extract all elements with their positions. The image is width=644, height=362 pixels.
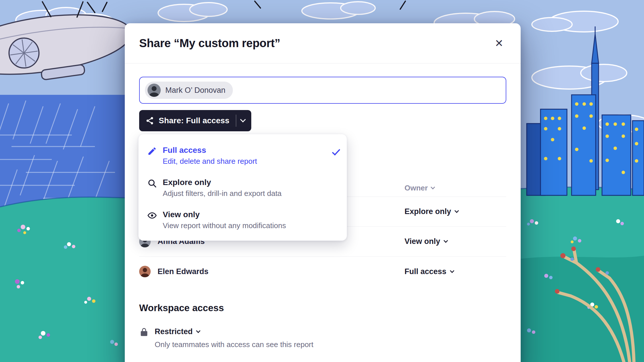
menu-item-title: Full access [163,145,257,155]
person-chip[interactable]: Mark O’ Donovan [145,82,233,99]
person-chip-name: Mark O’ Donovan [165,86,225,95]
access-dropdown[interactable]: View only [405,237,506,246]
chevron-down-icon [455,209,459,213]
share-button-label: Share: Full access [159,116,229,125]
workspace-access-section: Workspace access Restricted Only teammat… [139,303,506,349]
workspace-access-heading: Workspace access [139,303,506,313]
menu-item-text: View only View report without any modifi… [163,209,286,231]
eye-icon [147,211,157,220]
search-icon [147,178,157,188]
owner-sort-dropdown[interactable]: Owner [405,184,506,192]
access-level-label: Explore only [405,207,451,216]
close-icon[interactable]: ✕ [492,36,506,50]
screen: Share “My custom report” ✕ Mark O’ Donov… [0,0,644,362]
check-icon [332,147,340,155]
menu-item-full-access[interactable]: Full access Edit, delete and share repor… [139,140,347,172]
dialog-header: Share “My custom report” ✕ [125,23,521,63]
permission-menu: Full access Edit, delete and share repor… [138,134,347,241]
dialog-body: Mark O’ Donovan Share: Full access [125,63,521,362]
lock-icon [139,327,149,339]
menu-item-description: View report without any modifications [163,220,286,231]
dialog-title: Share “My custom report” [139,37,280,50]
workspace-access-description: Only teammates with access can see this … [155,340,313,349]
button-divider [236,115,236,127]
chevron-down-icon [450,268,454,273]
share-icon [145,116,154,125]
owner-column-label: Owner [405,184,428,192]
workspace-access-level: Restricted [155,327,193,336]
menu-item-view-only[interactable]: View only View report without any modifi… [139,204,347,236]
share-dialog: Share “My custom report” ✕ Mark O’ Donov… [125,23,521,362]
person-row: Elen Edwards Full access [139,257,506,286]
menu-item-text: Full access Edit, delete and share repor… [163,145,257,167]
menu-item-title: Explore only [163,177,281,188]
share-button-row: Share: Full access [139,110,506,131]
access-dropdown[interactable]: Full access [405,267,506,276]
pencil-icon [147,146,157,156]
access-level-label: View only [405,237,440,246]
workspace-restriction-text: Restricted Only teammates with access ca… [155,327,313,349]
chevron-down-icon [431,185,435,190]
menu-item-description: Edit, delete and share report [163,155,257,167]
menu-item-description: Adjust filters, drill-in and export data [163,188,281,199]
access-dropdown[interactable]: Explore only [405,207,506,216]
menu-item-text: Explore only Adjust filters, drill-in an… [163,177,281,199]
chevron-down-icon[interactable] [240,117,246,122]
invite-people-input[interactable]: Mark O’ Donovan [139,77,506,104]
menu-item-explore-only[interactable]: Explore only Adjust filters, drill-in an… [139,172,347,204]
person-identity: Elen Edwards [139,266,405,277]
avatar [147,84,161,97]
share-split-button[interactable]: Share: Full access [139,110,251,131]
chevron-down-icon [444,238,448,243]
chevron-down-icon [196,329,201,333]
access-level-label: Full access [405,267,446,276]
person-name: Elen Edwards [158,267,208,276]
workspace-restriction-row: Restricted Only teammates with access ca… [139,327,506,349]
avatar [139,266,151,277]
menu-item-title: View only [163,209,286,220]
workspace-access-dropdown[interactable]: Restricted [155,327,313,336]
